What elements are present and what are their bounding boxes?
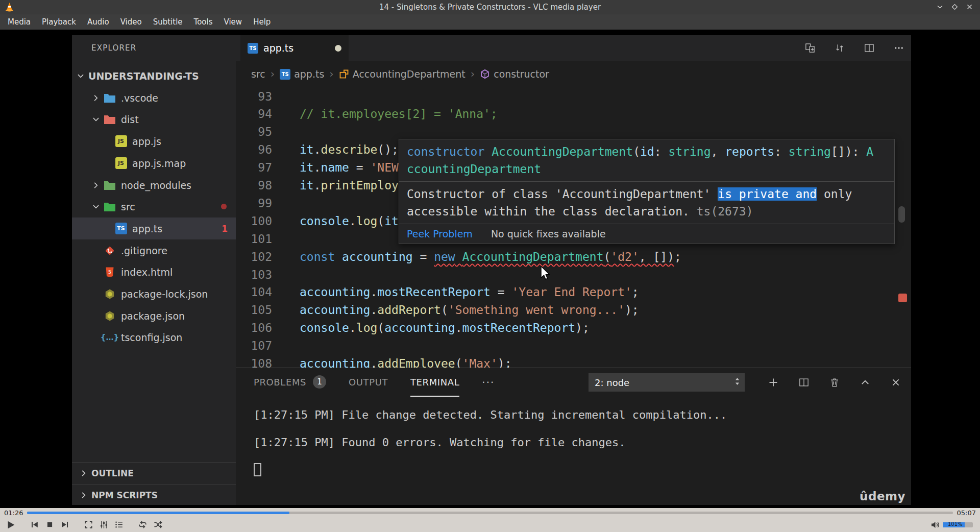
breadcrumb-constructor[interactable]: constructor — [480, 68, 549, 80]
code-line-104[interactable]: 104accounting.mostRecentReport = 'Year E… — [236, 283, 911, 301]
panel-tab-output[interactable]: OUTPUT — [349, 368, 388, 397]
play-button[interactable] — [3, 518, 18, 531]
file-tsconfig-json[interactable]: {…}tsconfig.json — [72, 326, 236, 348]
hover-signature: constructor AccountingDepartment(id: str… — [399, 139, 894, 181]
menu-video[interactable]: Video — [115, 14, 148, 30]
code-text: it.printEmploy — [300, 179, 399, 192]
menu-media[interactable]: Media — [2, 14, 36, 30]
breadcrumbs: src›TSapp.ts›AccountingDepartment›constr… — [236, 61, 911, 87]
menu-playback[interactable]: Playback — [36, 14, 82, 30]
stop-button[interactable] — [42, 518, 57, 531]
code-line-103[interactable]: 103 — [236, 265, 911, 283]
fullscreen-button[interactable] — [81, 518, 96, 531]
tooltip-line: Constructor of class 'AccountingDepartme… — [407, 185, 887, 203]
menu-view[interactable]: View — [218, 14, 248, 30]
modified-dot — [221, 204, 227, 209]
panel-tab-label: TERMINAL — [410, 377, 459, 388]
minimize-button[interactable] — [937, 4, 943, 10]
speaker-icon[interactable] — [931, 521, 940, 529]
select-arrows-icon — [734, 377, 741, 388]
menu-tools[interactable]: Tools — [188, 14, 218, 30]
section-npm-scripts[interactable]: NPM SCRIPTS — [72, 484, 236, 505]
new-terminal-icon[interactable] — [768, 377, 778, 388]
file-package-json[interactable]: package.json — [72, 305, 236, 327]
folder-dist[interactable]: dist — [72, 108, 236, 130]
video-area[interactable]: EXPLORER UNDERSTANDING-TS.vscodedistJSap… — [0, 30, 980, 508]
line-number: 104 — [236, 285, 272, 299]
playlist-button[interactable] — [111, 518, 127, 531]
scrollbar-thumb[interactable] — [898, 206, 905, 223]
panel-controls: 2: node — [589, 373, 901, 392]
seek-bar: 01:26 05:07 — [0, 508, 980, 517]
file-app-js-map[interactable]: JSapp.js.map — [72, 152, 236, 174]
line-number: 107 — [236, 339, 272, 352]
symbol-class-icon — [339, 69, 349, 79]
breadcrumb-separator: › — [471, 68, 475, 80]
seek-slider[interactable] — [27, 512, 952, 514]
file-gitignore[interactable]: .gitignore — [72, 239, 236, 261]
code-line-107[interactable]: 107 — [236, 337, 911, 355]
volume-slider[interactable]: 101% — [943, 522, 973, 527]
folder-vscode[interactable]: .vscode — [72, 87, 236, 109]
terminal-select[interactable]: 2: node — [589, 373, 745, 392]
section-outline[interactable]: OUTLINE — [72, 462, 236, 484]
folder-node-modules[interactable]: node_modules — [72, 174, 236, 196]
extended-settings-button[interactable] — [96, 518, 111, 531]
close-panel-icon[interactable] — [891, 377, 901, 388]
close-button[interactable] — [966, 4, 973, 10]
folder-src[interactable]: src — [72, 196, 236, 217]
vlc-titlebar[interactable]: 14 - Singletons & Private Constructors -… — [0, 0, 980, 14]
breadcrumb-app-ts[interactable]: TSapp.ts — [280, 68, 324, 80]
next-button[interactable] — [57, 518, 72, 531]
code-line-108[interactable]: 108accounting.addEmployee('Max'); — [236, 355, 911, 368]
random-button[interactable] — [150, 518, 165, 531]
code-line-93[interactable]: 93 — [236, 87, 911, 105]
menu-subtitle[interactable]: Subtitle — [148, 14, 188, 30]
explorer-root-folder[interactable]: UNDERSTANDING-TS — [72, 65, 236, 87]
git-icon — [104, 245, 116, 256]
tab-modified-dot[interactable] — [335, 45, 341, 52]
code-line-94[interactable]: 94// it.employees[2] = 'Anna'; — [236, 105, 911, 123]
panel-tab-terminal[interactable]: TERMINAL — [410, 368, 459, 397]
code-line-95[interactable]: 95 — [236, 123, 911, 141]
menu-bar: MediaPlaybackAudioVideoSubtitleToolsView… — [0, 14, 980, 30]
panel-tab-label: OUTPUT — [349, 377, 388, 388]
code-line-106[interactable]: 106console.log(accounting.mostRecentRepo… — [236, 319, 911, 337]
maximize-panel-icon[interactable] — [860, 377, 870, 388]
open-changes-icon[interactable] — [805, 43, 815, 53]
tab-app-ts[interactable]: TS app.ts — [240, 35, 349, 61]
panel-tab-problems[interactable]: PROBLEMS1 — [254, 368, 326, 397]
file-app-ts[interactable]: TSapp.ts1 — [72, 217, 236, 239]
breadcrumb-src[interactable]: src — [251, 68, 265, 80]
menu-audio[interactable]: Audio — [82, 14, 115, 30]
kill-terminal-icon[interactable] — [829, 377, 840, 388]
file-index-html[interactable]: 5index.html — [72, 261, 236, 283]
chevron-right-icon — [79, 469, 88, 478]
line-number: 93 — [236, 90, 272, 103]
loop-button[interactable] — [135, 518, 150, 531]
hover-tooltip: constructor AccountingDepartment(id: str… — [399, 139, 895, 244]
peek-problem-link[interactable]: Peek Problem — [407, 228, 473, 239]
vlc-logo-icon — [5, 2, 14, 12]
item-label: src — [121, 201, 135, 212]
ts-icon: TS — [248, 43, 258, 54]
file-app-js[interactable]: JSapp.js — [72, 130, 236, 152]
playback-controls: 101% — [0, 517, 980, 532]
more-actions-icon[interactable] — [894, 43, 904, 53]
maximize-button[interactable] — [951, 4, 958, 10]
item-label: app.ts — [132, 223, 162, 234]
code-text: console.log(accounting.mostRecentReport)… — [300, 321, 590, 334]
panel-tabs-more-button[interactable]: ··· — [482, 376, 495, 389]
menu-help[interactable]: Help — [248, 14, 276, 30]
chevron-down-icon — [76, 71, 85, 81]
compare-changes-icon[interactable] — [835, 43, 845, 53]
split-terminal-icon[interactable] — [799, 377, 809, 388]
split-editor-icon[interactable] — [864, 43, 874, 53]
file-package-lock-json[interactable]: package-lock.json — [72, 283, 236, 305]
terminal-output[interactable]: [1:27:15 PM] File change detected. Start… — [254, 408, 901, 449]
previous-button[interactable] — [27, 518, 42, 531]
udemy-watermark: ûdemy — [860, 490, 905, 503]
code-line-105[interactable]: 105accounting.addReport('Something went … — [236, 301, 911, 319]
code-line-102[interactable]: 102const accounting = new AccountingDepa… — [236, 248, 911, 265]
breadcrumb-accountingdepartment[interactable]: AccountingDepartment — [339, 68, 465, 80]
